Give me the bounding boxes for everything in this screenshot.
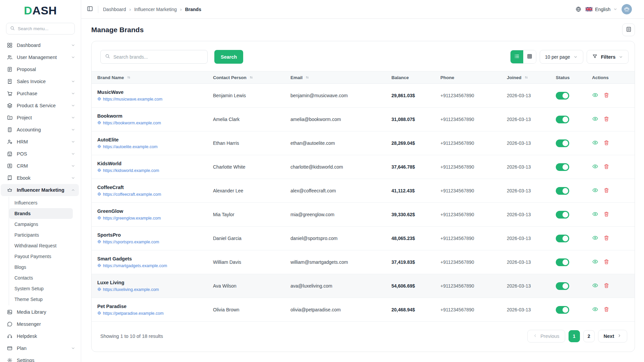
brand-website-link[interactable]: https://greenglow.example.com (97, 216, 207, 221)
sidebar-item-influencer-marketing[interactable]: Influencer Marketing (1, 184, 79, 196)
sidebar-item-dashboard[interactable]: Dashboard (1, 39, 79, 51)
sidebar-subitem-participants[interactable]: Participants (9, 230, 73, 240)
status-toggle[interactable] (556, 306, 569, 314)
view-button[interactable] (592, 139, 598, 146)
status-cell (550, 163, 586, 171)
status-toggle[interactable] (556, 235, 569, 242)
status-toggle[interactable] (556, 139, 569, 147)
list-view-button[interactable] (511, 50, 523, 63)
delete-button[interactable] (603, 92, 609, 98)
delete-button[interactable] (603, 283, 609, 289)
breadcrumb-dashboard[interactable]: Dashboard (103, 7, 126, 12)
user-avatar[interactable] (622, 4, 632, 14)
view-button[interactable] (592, 92, 598, 98)
view-button[interactable] (592, 235, 598, 241)
status-toggle[interactable] (556, 211, 569, 219)
brand-website-link[interactable]: https://bookworm.example.com (97, 121, 207, 126)
grid-view-button[interactable] (523, 50, 536, 63)
brand-website-link[interactable]: https://musicwave.example.com (97, 97, 207, 102)
sidebar-item-pos[interactable]: POS (1, 148, 79, 160)
view-button[interactable] (592, 282, 598, 289)
sidebar-item-helpdesk[interactable]: Helpdesk (1, 330, 79, 342)
page-options-button[interactable] (622, 23, 635, 36)
delete-button[interactable] (603, 116, 609, 122)
sidebar-item-product-service[interactable]: Product & Service (1, 100, 79, 112)
chevron-right-icon (617, 334, 622, 339)
delete-button[interactable] (603, 306, 609, 312)
next-page-button[interactable]: Next (598, 330, 627, 343)
sidebar-item-user-management[interactable]: User Management (1, 51, 79, 63)
brands-search[interactable] (100, 50, 208, 64)
globe-icon[interactable] (575, 6, 582, 12)
sort-icon[interactable] (126, 75, 131, 80)
sidebar-item-crm[interactable]: CRM (1, 160, 79, 172)
sidebar-subitem-blogs[interactable]: Blogs (9, 262, 73, 273)
sidebar-toggle-button[interactable] (87, 5, 93, 13)
brand-website-link[interactable]: https://autoelite.example.com (97, 144, 207, 149)
status-toggle[interactable] (556, 92, 569, 100)
breadcrumb-influencer-marketing[interactable]: Influencer Marketing (134, 7, 177, 12)
sidebar-item-proposal[interactable]: Proposal (1, 63, 79, 75)
sidebar-subitem-contacts[interactable]: Contacts (9, 273, 73, 283)
sort-icon[interactable] (305, 75, 310, 80)
status-cell (550, 139, 586, 147)
sidebar-item-purchase[interactable]: Purchase (1, 87, 79, 100)
sidebar-item-plan[interactable]: Plan (1, 342, 79, 354)
delete-button[interactable] (603, 187, 609, 193)
delete-button[interactable] (603, 259, 609, 265)
sidebar-item-hrm[interactable]: HRM (1, 136, 79, 148)
view-button[interactable] (592, 306, 598, 312)
brand-website-link[interactable]: https://luxeliving.example.com (97, 287, 207, 292)
status-toggle[interactable] (556, 282, 569, 290)
brand-website-link[interactable]: https://coffeecraft.example.com (97, 192, 207, 197)
status-toggle[interactable] (556, 116, 569, 123)
page-button-1[interactable]: 1 (569, 330, 580, 342)
sidebar-item-project[interactable]: Project (1, 112, 79, 124)
status-toggle[interactable] (556, 187, 569, 195)
sidebar-item-accounting[interactable]: Accounting (1, 124, 79, 136)
delete-button[interactable] (603, 235, 609, 241)
sidebar-subitem-influencers[interactable]: Influencers (9, 197, 73, 208)
actions-cell (586, 282, 635, 290)
brand-website-link[interactable]: https://petparadise.example.com (97, 311, 207, 316)
sidebar-subitem-brands[interactable]: Brands (9, 208, 73, 219)
delete-button[interactable] (603, 164, 609, 170)
sidebar-subitem-withdrawal-request[interactable]: Withdrawal Request (9, 240, 73, 251)
per-page-select[interactable]: 10 per page (540, 50, 584, 64)
brand-website-link[interactable]: https://sportspro.example.com (97, 240, 207, 245)
previous-page-button[interactable]: Previous (527, 330, 565, 343)
chat-icon (7, 321, 13, 327)
sidebar-search[interactable] (6, 23, 75, 35)
sidebar-subitem-payout-payments[interactable]: Payout Payments (9, 251, 73, 262)
view-button[interactable] (592, 116, 598, 122)
brand-website-link[interactable]: https://kidsworld.example.com (97, 168, 207, 173)
view-button[interactable] (592, 187, 598, 193)
page-button-2[interactable]: 2 (583, 330, 595, 342)
sidebar-subitem-campaigns[interactable]: Campaigns (9, 219, 73, 230)
sort-icon[interactable] (249, 75, 254, 80)
delete-button[interactable] (603, 140, 609, 146)
sidebar-item-messenger[interactable]: Messenger (1, 318, 79, 330)
sort-icon[interactable] (524, 75, 529, 80)
delete-button[interactable] (603, 211, 609, 217)
chevron-down-icon (613, 7, 618, 11)
sidebar-item-sales-invoice[interactable]: Sales Invoice (1, 75, 79, 87)
app-logo[interactable]: DASH (0, 0, 81, 21)
search-button[interactable]: Search (214, 50, 243, 64)
view-button[interactable] (592, 258, 598, 265)
sidebar-subitem-theme-setup[interactable]: Theme Setup (9, 294, 73, 305)
brand-website-link[interactable]: https://smartgadgets.example.com (97, 263, 207, 268)
status-toggle[interactable] (556, 163, 569, 171)
email: daniel@sportspro.com (285, 236, 386, 241)
sidebar-item-ebook[interactable]: Ebook (1, 172, 79, 184)
status-toggle[interactable] (556, 258, 569, 266)
brands-search-input[interactable] (113, 54, 203, 60)
sidebar-item-media-library[interactable]: Media Library (1, 306, 79, 318)
view-button[interactable] (592, 163, 598, 170)
sidebar-subitem-system-setup[interactable]: System Setup (9, 283, 73, 294)
sidebar-search-input[interactable] (18, 26, 71, 31)
filters-button[interactable]: Filters (587, 50, 629, 64)
language-selector[interactable]: English (586, 7, 618, 12)
sidebar-item-settings[interactable]: Settings (1, 354, 79, 362)
view-button[interactable] (592, 211, 598, 217)
